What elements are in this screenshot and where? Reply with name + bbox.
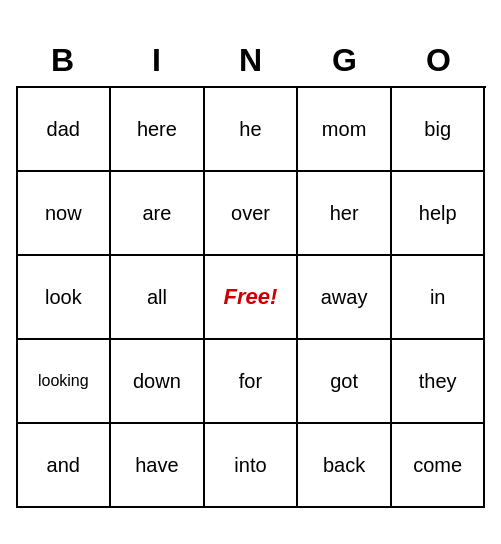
cell-r5c3: into <box>205 424 299 508</box>
cell-r1c5: big <box>392 88 486 172</box>
cell-r1c3: he <box>205 88 299 172</box>
header-b: B <box>16 36 110 84</box>
cell-r5c2: have <box>111 424 205 508</box>
cell-r3c1: look <box>18 256 112 340</box>
bingo-header: B I N G O <box>16 36 486 84</box>
cell-r2c5: help <box>392 172 486 256</box>
cell-r5c1: and <box>18 424 112 508</box>
cell-r2c1: now <box>18 172 112 256</box>
cell-r3c3-free: Free! <box>205 256 299 340</box>
header-g: G <box>298 36 392 84</box>
cell-r1c1: dad <box>18 88 112 172</box>
cell-r4c3: for <box>205 340 299 424</box>
cell-r3c5: in <box>392 256 486 340</box>
cell-r2c2: are <box>111 172 205 256</box>
cell-r2c4: her <box>298 172 392 256</box>
header-n: N <box>204 36 298 84</box>
cell-r5c5: come <box>392 424 486 508</box>
header-o: O <box>392 36 486 84</box>
cell-r3c2: all <box>111 256 205 340</box>
cell-r1c4: mom <box>298 88 392 172</box>
cell-r4c4: got <box>298 340 392 424</box>
cell-r3c4: away <box>298 256 392 340</box>
cell-r4c1: looking <box>18 340 112 424</box>
bingo-card: B I N G O dad here he mom big now are ov… <box>16 36 486 508</box>
cell-r2c3: over <box>205 172 299 256</box>
cell-r1c2: here <box>111 88 205 172</box>
cell-r4c5: they <box>392 340 486 424</box>
header-i: I <box>110 36 204 84</box>
bingo-grid: dad here he mom big now are over her hel… <box>16 86 486 508</box>
cell-r4c2: down <box>111 340 205 424</box>
cell-r5c4: back <box>298 424 392 508</box>
